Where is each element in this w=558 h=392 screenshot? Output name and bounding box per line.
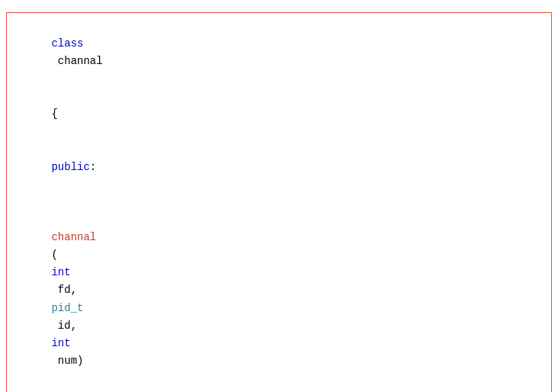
code-line-5: : _fd (fd) [13,387,545,392]
code-line-4: channal ( int fd, pid_t id, int num) [13,194,545,387]
code-container: class channal { public: channal ( int fd… [0,0,558,392]
keyword-int-2: int [51,337,70,349]
type-pid_t: pid_t [51,302,83,314]
constructor-name: channal [51,231,96,243]
code-line-3: public: [13,141,545,194]
keyword-int-1: int [51,266,70,278]
keyword-public: public [51,161,89,173]
class-name: channal [51,55,102,67]
code-line-1: class channal [13,18,545,88]
class-code-block: class channal { public: channal ( int fd… [6,12,552,392]
code-line-2: { [13,88,545,140]
keyword-class: class [51,37,83,50]
